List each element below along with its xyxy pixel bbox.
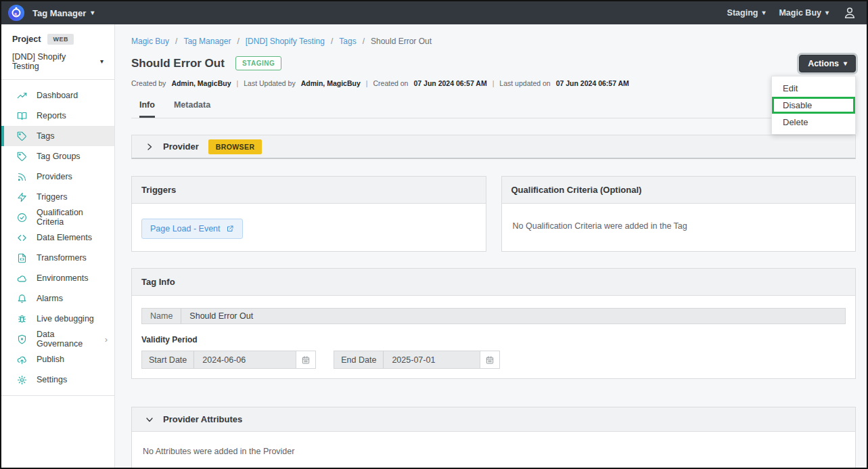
chevron-down-icon: ▾ — [844, 60, 847, 67]
provider-type-badge: BROWSER — [208, 139, 262, 154]
app-window: IL Tag Manager ▾ Staging ▾ Magic Buy ▾ — [0, 0, 868, 469]
main-content: Magic Buy / Tag Manager / [DND] Shopify … — [115, 24, 867, 468]
account-selector[interactable]: Magic Buy ▾ — [779, 8, 829, 18]
status-badge: STAGING — [235, 56, 281, 70]
end-date-value: 2025-07-01 — [384, 351, 480, 368]
sidebar-item-transformers[interactable]: Transformers — [1, 248, 114, 268]
calendar-icon — [301, 355, 311, 365]
triggers-card-title: Triggers — [132, 177, 486, 204]
sidebar-item-qualification-criteria[interactable]: Qualification Criteria — [1, 207, 114, 227]
app-switcher[interactable]: Tag Manager ▾ — [32, 8, 94, 18]
tag-name-field: Name Should Error Out — [141, 308, 846, 324]
sidebar-item-providers[interactable]: Providers — [1, 166, 114, 187]
trigger-link-chip[interactable]: Page Load - Event — [141, 219, 243, 239]
cloud-upload-icon — [16, 354, 27, 365]
actions-dropdown-menu: Edit Disable Delete — [771, 76, 856, 135]
start-date-label: Start Date — [142, 351, 194, 368]
end-date-label: End Date — [334, 351, 384, 368]
top-bar: IL Tag Manager ▾ Staging ▾ Magic Buy ▾ — [1, 1, 867, 24]
tab-bar: Info Metadata — [131, 100, 856, 118]
provider-attributes-card: Provider Attributes No Attributes were a… — [131, 407, 856, 468]
triggers-card: Triggers Page Load - Event — [131, 176, 486, 252]
project-section: Project WEB [DND] Shopify Testing ▾ — [1, 24, 114, 80]
sidebar-item-alarms[interactable]: Alarms — [1, 288, 114, 309]
app-logo-icon[interactable]: IL — [8, 5, 24, 21]
breadcrumb-link[interactable]: Tag Manager — [183, 37, 231, 46]
end-date-calendar-button[interactable] — [480, 351, 499, 368]
logo-text: IL — [14, 12, 18, 16]
cloud-icon — [16, 273, 27, 284]
tab-info[interactable]: Info — [139, 100, 155, 118]
chevron-right-icon — [145, 143, 154, 151]
project-type-badge: WEB — [47, 34, 74, 45]
menu-item-edit[interactable]: Edit — [772, 80, 855, 97]
created-by-value: Admin, MagicBuy — [171, 79, 231, 87]
sidebar-nav: Dashboard Reports Tags Tag Groups Provid… — [1, 80, 114, 401]
qualification-card-title: Qualification Criteria (Optional) — [502, 177, 856, 204]
provider-panel-header[interactable]: Provider BROWSER — [131, 135, 856, 159]
chevron-down-icon: ▾ — [825, 9, 829, 16]
menu-item-delete[interactable]: Delete — [772, 114, 855, 131]
start-date-field: Start Date 2024-06-06 — [141, 351, 316, 369]
code-icon — [16, 232, 27, 243]
breadcrumb-link[interactable]: Tags — [339, 37, 356, 46]
external-link-icon — [226, 225, 234, 233]
sidebar-item-live-debugging[interactable]: Live debugging — [1, 309, 114, 329]
tag-info-card: Tag Info Name Should Error Out Validity … — [131, 268, 856, 379]
tag-icon — [16, 131, 27, 141]
qualification-criteria-card: Qualification Criteria (Optional) No Qua… — [501, 176, 856, 252]
dashboard-icon — [16, 90, 27, 101]
start-date-calendar-button[interactable] — [296, 351, 315, 368]
calendar-icon — [485, 355, 495, 365]
chevron-down-icon: ▾ — [91, 9, 94, 16]
menu-item-disable[interactable]: Disable — [772, 97, 855, 114]
created-on-value: 07 Jun 2024 06:57 AM — [413, 79, 486, 87]
actions-button[interactable]: Actions ▾ — [799, 55, 856, 72]
chevron-right-icon: › — [105, 334, 108, 344]
page-title: Should Error Out — [131, 57, 225, 70]
rss-icon — [16, 171, 27, 182]
bug-icon — [16, 313, 27, 324]
sidebar-item-triggers[interactable]: Triggers — [1, 187, 114, 207]
breadcrumb-current: Should Error Out — [371, 37, 432, 46]
tag-group-icon — [16, 151, 27, 162]
sidebar-item-data-governance[interactable]: Data Governance › — [1, 329, 114, 349]
chevron-down-icon: ▾ — [100, 58, 104, 65]
tag-name-label: Name — [142, 309, 181, 323]
end-date-field: End Date 2025-07-01 — [334, 351, 500, 369]
provider-attributes-header[interactable]: Provider Attributes — [132, 407, 855, 432]
tab-metadata[interactable]: Metadata — [174, 100, 210, 118]
environment-selector[interactable]: Staging ▾ — [727, 8, 766, 18]
breadcrumb: Magic Buy / Tag Manager / [DND] Shopify … — [131, 37, 856, 46]
tag-name-value: Should Error Out — [181, 309, 261, 323]
sidebar-item-data-elements[interactable]: Data Elements — [1, 227, 114, 248]
qualification-empty-message: No Qualification Criteria were added in … — [513, 221, 687, 231]
provider-attributes-empty-message: No Attributes were added in the Provider — [132, 432, 855, 468]
sidebar: Project WEB [DND] Shopify Testing ▾ Dash… — [1, 24, 115, 468]
gear-icon — [16, 374, 27, 385]
validity-period-label: Validity Period — [141, 335, 846, 344]
project-selector[interactable]: [DND] Shopify Testing ▾ — [12, 52, 104, 71]
sidebar-item-publish[interactable]: Publish — [1, 349, 114, 370]
sidebar-item-dashboard[interactable]: Dashboard — [1, 85, 114, 106]
lightning-icon — [16, 192, 27, 202]
sidebar-item-reports[interactable]: Reports — [1, 106, 114, 126]
sidebar-item-tags[interactable]: Tags — [1, 126, 114, 146]
chevron-down-icon: ▾ — [762, 9, 765, 16]
chevron-down-icon — [145, 416, 154, 424]
breadcrumb-link[interactable]: Magic Buy — [131, 37, 169, 46]
sidebar-item-environments[interactable]: Environments — [1, 268, 114, 288]
record-meta: Created byAdmin, MagicBuy | Last Updated… — [131, 79, 856, 87]
tag-info-title: Tag Info — [132, 269, 855, 296]
reports-icon — [16, 110, 27, 121]
sidebar-divider — [1, 395, 114, 396]
check-circle-icon — [16, 212, 27, 223]
updated-on-value: 07 Jun 2024 06:57 AM — [556, 79, 629, 87]
sidebar-item-settings[interactable]: Settings — [1, 370, 114, 390]
bell-icon — [16, 293, 27, 304]
start-date-value: 2024-06-06 — [194, 351, 296, 368]
sidebar-item-tag-groups[interactable]: Tag Groups — [1, 146, 114, 166]
breadcrumb-link[interactable]: [DND] Shopify Testing — [246, 37, 325, 46]
user-profile-icon[interactable] — [842, 5, 857, 20]
shield-icon — [16, 334, 27, 344]
